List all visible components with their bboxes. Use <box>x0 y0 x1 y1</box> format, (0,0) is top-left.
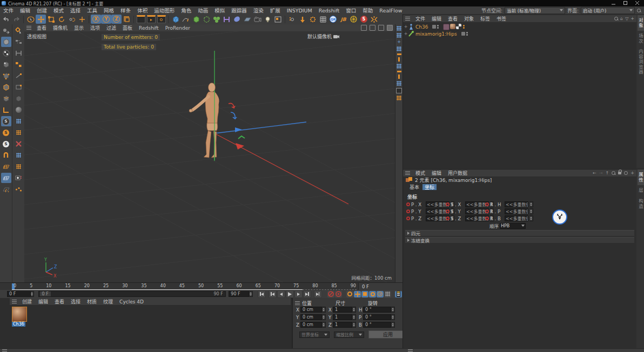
weight-tag-icon[interactable] <box>456 24 461 29</box>
keyframe-dot-py[interactable] <box>406 209 410 213</box>
menu-realflow[interactable]: RealFlow <box>376 8 405 13</box>
apply-button[interactable]: 应用 <box>368 330 407 339</box>
search-icon[interactable] <box>612 171 615 175</box>
keyframe-dot-px[interactable] <box>406 202 410 206</box>
node-space-dropdown[interactable]: 当前 (标准/物理) <box>505 7 565 14</box>
interface-dropdown[interactable]: 启动 (用户) <box>581 7 635 14</box>
rotate-view-icon[interactable] <box>378 25 384 31</box>
menu-edit[interactable]: 编辑 <box>17 6 33 14</box>
xp-strip-icon-3[interactable]: + <box>397 40 401 44</box>
model-mode-button[interactable] <box>1 37 11 47</box>
range-start-handle[interactable]: 0 F <box>40 292 51 296</box>
workplane-grid-button[interactable] <box>1 173 11 183</box>
material-window-button[interactable] <box>273 15 283 24</box>
coord-system-dropdown[interactable]: 世界坐标 <box>299 331 330 338</box>
character-figure[interactable] <box>189 83 219 160</box>
om-menu-view[interactable]: 查看 <box>445 15 461 22</box>
pos-x-field[interactable]: 0 cm <box>300 307 322 313</box>
pos-z-stepper[interactable] <box>322 322 326 328</box>
play-button[interactable] <box>286 290 294 298</box>
order-dropdown[interactable]: HPB <box>500 223 526 229</box>
panel-menu-icon[interactable] <box>405 171 410 175</box>
key-pla-toggle[interactable] <box>384 291 391 297</box>
menu-mode[interactable]: 模式 <box>50 6 67 14</box>
frame-stepper[interactable] <box>31 291 35 297</box>
qr-plugin-button[interactable]: QR <box>328 15 338 24</box>
menu-animate[interactable]: 动画 <box>194 6 211 14</box>
menu-select[interactable]: 选择 <box>67 6 84 14</box>
mat-menu-cycles[interactable]: Cycles 4D <box>116 299 147 304</box>
om-menu-bookmark[interactable]: 书签 <box>493 15 509 22</box>
lock-icon[interactable] <box>618 172 621 174</box>
mat-menu-select[interactable]: 选择 <box>68 298 84 305</box>
render-picture-viewer-button[interactable] <box>146 15 156 24</box>
search-icon[interactable] <box>614 17 618 21</box>
redo-button[interactable] <box>11 15 22 24</box>
tab-content-browser[interactable]: 内容浏览器 <box>638 46 644 78</box>
vp-menu-prorender[interactable]: ProRender <box>162 25 193 31</box>
menu-file[interactable]: 文件 <box>0 6 17 14</box>
tab-takes[interactable]: 场次 <box>638 31 644 46</box>
x-axis-handle[interactable] <box>235 127 242 132</box>
size-z-stepper[interactable] <box>352 322 356 328</box>
search-icon[interactable] <box>637 9 641 12</box>
menu-tools[interactable]: 工具 <box>84 6 100 14</box>
menu-tracker[interactable]: 跟踪器 <box>228 6 250 14</box>
viewport-canvas[interactable]: 透视视图 Number of emitters: 0 Total live pa… <box>24 31 395 282</box>
scale-tool[interactable] <box>46 15 56 24</box>
expand-icon[interactable]: + <box>403 31 408 36</box>
rot-p-stepper[interactable] <box>391 314 395 320</box>
key-scale-toggle[interactable] <box>361 291 368 297</box>
status-menu-icon-right[interactable] <box>408 349 413 352</box>
rp-stepper[interactable] <box>529 208 533 214</box>
xp-strip-icon-1[interactable] <box>397 26 401 31</box>
key-rotation-toggle[interactable] <box>369 291 376 297</box>
material-thumbnail[interactable] <box>12 307 27 322</box>
xp-dots-c-button[interactable] <box>14 150 24 160</box>
rot-h-stepper[interactable] <box>391 307 395 313</box>
object-row-ch36[interactable]: + Ch36 <box>403 23 465 30</box>
rh-field[interactable]: <<多重数值 <box>505 201 528 207</box>
xp-strip-icon-10[interactable] <box>397 81 401 86</box>
vp-menu-view[interactable]: 查看 <box>33 24 50 31</box>
sphere-tool[interactable] <box>14 105 24 115</box>
expand-icon[interactable]: + <box>403 24 408 29</box>
menu-character[interactable]: 角色 <box>178 6 194 14</box>
menu-help[interactable]: 帮助 <box>359 6 376 14</box>
vp-menu-camera[interactable]: 摄像机 <box>50 24 71 31</box>
polygons-mode-button[interactable] <box>1 93 11 104</box>
autokey-button[interactable] <box>346 291 353 297</box>
range-slider[interactable]: 0 F 90 F <box>38 291 226 297</box>
visibility-toggle[interactable] <box>461 32 465 36</box>
xp-strip-icon-11[interactable] <box>396 88 402 93</box>
tab-basic[interactable]: 基本 <box>407 184 421 190</box>
mat-menu-view[interactable]: 查看 <box>51 298 68 305</box>
dynamic-guide-button[interactable] <box>1 184 11 194</box>
axis-mode-button[interactable] <box>1 105 11 115</box>
xp-cache-button[interactable] <box>14 173 24 183</box>
xparticles-emitter-button[interactable] <box>287 15 297 24</box>
instance-button[interactable] <box>201 15 211 24</box>
om-menu-file[interactable]: 文件 <box>412 15 428 22</box>
cube-tool[interactable] <box>14 93 24 104</box>
panel-menu-icon[interactable] <box>405 17 410 21</box>
target-icon[interactable] <box>624 171 628 175</box>
tab-attributes[interactable]: 属性 <box>638 170 644 185</box>
mat-menu-edit[interactable]: 编辑 <box>35 298 51 305</box>
freeze-transform-group[interactable]: 冻结变换 <box>405 237 634 243</box>
keyframe-dot-sx[interactable] <box>446 202 450 206</box>
jb-plugin-button[interactable]: JB <box>338 15 348 24</box>
keyframe-dot-rb[interactable] <box>485 216 489 220</box>
status-menu-icon[interactable] <box>2 349 7 352</box>
xp-strip-icon-2[interactable] <box>397 33 401 38</box>
visibility-toggle[interactable] <box>432 25 436 29</box>
gear-tool-button[interactable] <box>14 25 24 36</box>
end-frame-field[interactable]: 90 F <box>229 291 249 297</box>
menu-insydium[interactable]: INSYDIUM <box>284 8 316 13</box>
scale-mode-dropdown[interactable]: 缩放比例 <box>334 331 364 338</box>
convert-object-button[interactable] <box>1 25 11 36</box>
menu-redshift[interactable]: Redshift <box>316 8 343 13</box>
workplane-mode-button[interactable] <box>1 59 11 70</box>
keyframe-dot-pz[interactable] <box>406 216 410 220</box>
h-align-tool[interactable] <box>14 48 24 58</box>
